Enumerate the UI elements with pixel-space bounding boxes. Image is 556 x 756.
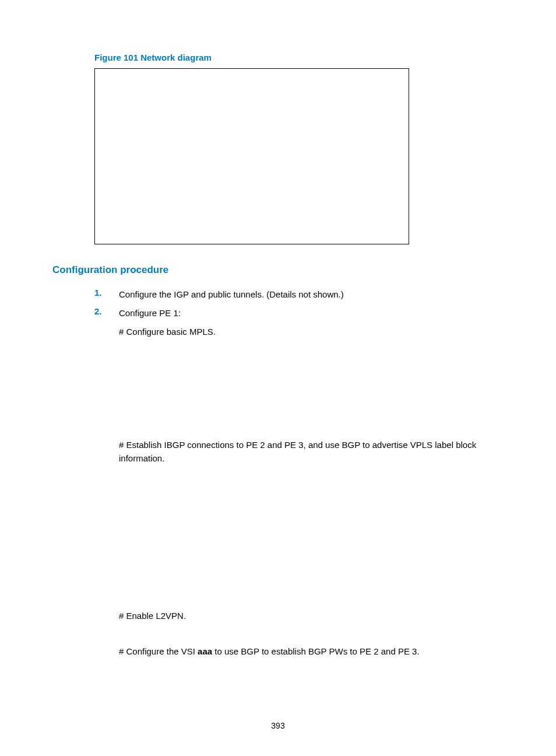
vsi-prefix: # Configure the VSI — [119, 646, 198, 656]
vsi-bold: aaa — [198, 646, 212, 656]
list-number-1: 1. — [52, 288, 119, 302]
subline-vsi: # Configure the VSI aaa to use BGP to es… — [119, 645, 504, 658]
list-text-2: Configure PE 1: — [119, 306, 504, 320]
network-diagram-placeholder — [94, 68, 409, 244]
subline-ibgp: # Establish IBGP connections to PE 2 and… — [119, 438, 504, 466]
figure-caption: Figure 101 Network diagram — [94, 52, 504, 62]
list-text-1: Configure the IGP and public tunnels. (D… — [119, 288, 504, 302]
list-item: 1. Configure the IGP and public tunnels.… — [52, 288, 504, 302]
list-number-2: 2. — [52, 306, 119, 320]
page-number: 393 — [0, 721, 556, 730]
section-heading: Configuration procedure — [52, 264, 504, 276]
subline-enable-l2vpn: # Enable L2VPN. — [119, 609, 504, 622]
list-item: 2. Configure PE 1: — [52, 306, 504, 320]
vsi-suffix: to use BGP to establish BGP PWs to PE 2 … — [212, 646, 419, 656]
subline-basic-mpls: # Configure basic MPLS. — [119, 325, 504, 339]
